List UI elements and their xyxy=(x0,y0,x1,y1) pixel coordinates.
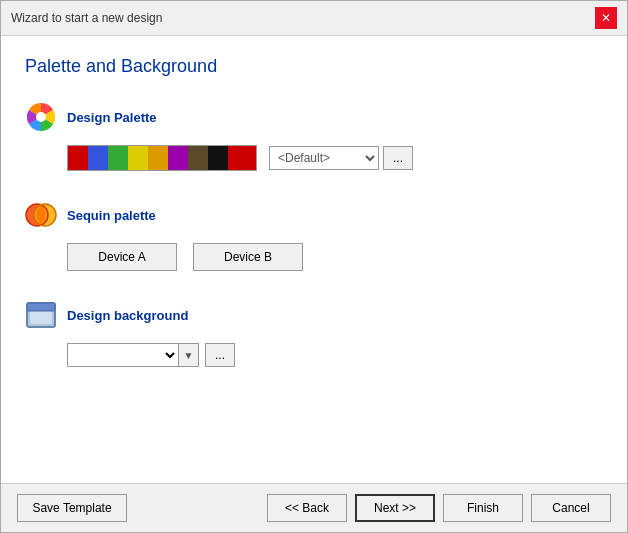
bg-ellipsis-button[interactable]: ... xyxy=(205,343,235,367)
back-button[interactable]: << Back xyxy=(267,494,347,522)
dialog-title: Wizard to start a new design xyxy=(11,11,162,25)
sequin-palette-icon xyxy=(25,199,57,231)
svg-rect-8 xyxy=(27,303,55,311)
design-background-icon xyxy=(25,299,57,331)
design-palette-title: Design Palette xyxy=(67,110,157,125)
footer-left: Save Template xyxy=(17,494,259,522)
color-swatch-6 xyxy=(168,146,188,170)
sequin-palette-body: Device A Device B xyxy=(67,243,603,271)
design-background-title: Design background xyxy=(67,308,188,323)
svg-point-1 xyxy=(36,112,46,122)
sequin-palette-header: Sequin palette xyxy=(25,199,603,231)
wizard-dialog: Wizard to start a new design ✕ Palette a… xyxy=(0,0,628,533)
dialog-content: Palette and Background Design Palette xyxy=(1,36,627,483)
title-bar: Wizard to start a new design ✕ xyxy=(1,1,627,36)
bg-dropdown-arrow-icon[interactable]: ▼ xyxy=(178,344,198,366)
design-palette-body: <Default> ... xyxy=(67,145,603,171)
color-swatch-selected xyxy=(228,146,256,170)
device-a-button[interactable]: Device A xyxy=(67,243,177,271)
footer-right: << Back Next >> Finish Cancel xyxy=(267,494,611,522)
design-palette-section: Design Palette xyxy=(25,101,603,171)
next-button[interactable]: Next >> xyxy=(355,494,435,522)
palette-ellipsis-button[interactable]: ... xyxy=(383,146,413,170)
color-swatch-3 xyxy=(108,146,128,170)
color-swatches xyxy=(67,145,257,171)
sequin-buttons: Device A Device B xyxy=(67,243,603,271)
page-title: Palette and Background xyxy=(25,56,603,77)
sequin-palette-title: Sequin palette xyxy=(67,208,156,223)
palette-dropdown-group: <Default> ... xyxy=(269,146,413,170)
design-palette-header: Design Palette xyxy=(25,101,603,133)
bg-row: ▼ ... xyxy=(67,343,603,367)
design-palette-icon xyxy=(25,101,57,133)
color-swatch-1 xyxy=(68,146,88,170)
design-background-section: Design background ▼ ... xyxy=(25,299,603,367)
dialog-footer: Save Template << Back Next >> Finish Can… xyxy=(1,483,627,532)
palette-row: <Default> ... xyxy=(67,145,603,171)
sequin-palette-section: Sequin palette Device A Device B xyxy=(25,199,603,271)
device-b-button[interactable]: Device B xyxy=(193,243,303,271)
palette-dropdown[interactable]: <Default> xyxy=(269,146,379,170)
color-swatch-4 xyxy=(128,146,148,170)
finish-button[interactable]: Finish xyxy=(443,494,523,522)
color-swatch-2 xyxy=(88,146,108,170)
save-template-button[interactable]: Save Template xyxy=(17,494,127,522)
close-button[interactable]: ✕ xyxy=(595,7,617,29)
color-swatch-8 xyxy=(208,146,228,170)
cancel-button[interactable]: Cancel xyxy=(531,494,611,522)
design-background-header: Design background xyxy=(25,299,603,331)
bg-dropdown-wrap: ▼ xyxy=(67,343,199,367)
color-swatch-7 xyxy=(188,146,208,170)
bg-dropdown[interactable] xyxy=(68,344,178,366)
design-background-body: ▼ ... xyxy=(67,343,603,367)
color-swatch-5 xyxy=(148,146,168,170)
